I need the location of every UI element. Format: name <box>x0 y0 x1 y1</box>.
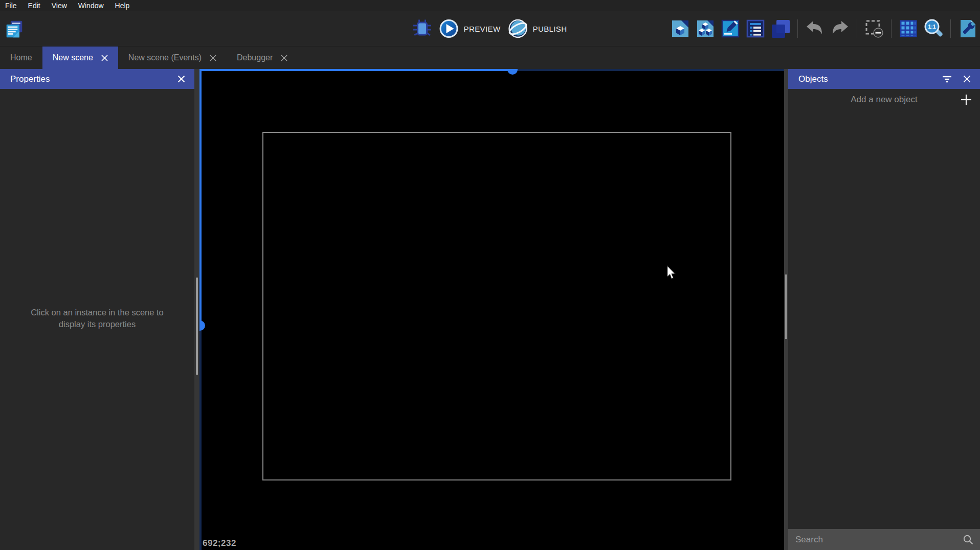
bug-icon <box>413 19 432 38</box>
close-icon <box>177 75 185 83</box>
toolbar-separator <box>891 19 892 38</box>
toolbar-separator <box>950 19 951 38</box>
layers-list-button[interactable] <box>745 18 766 39</box>
canvas-horizontal-scroll-handle[interactable] <box>507 69 518 75</box>
canvas-horizontal-scroll-track <box>199 69 784 71</box>
export-object-button[interactable] <box>670 18 691 39</box>
zoom-1-1-button[interactable]: 1:1 <box>923 18 944 39</box>
properties-panel-title: Properties <box>10 74 168 84</box>
pencil-edit-icon <box>720 18 741 39</box>
menu-view[interactable]: View <box>46 1 73 11</box>
close-icon[interactable] <box>281 55 287 61</box>
publish-globe-icon <box>507 18 528 39</box>
tab-label: New scene (Events) <box>128 53 202 62</box>
cursor-coordinates: 692;232 <box>203 538 236 548</box>
grid-icon <box>898 18 919 39</box>
toolbar-separator <box>797 19 798 38</box>
close-icon[interactable] <box>101 55 108 61</box>
objects-panel: Objects Add a new object <box>788 69 980 550</box>
canvas-vertical-scroll-fill <box>199 69 202 326</box>
undo-button[interactable] <box>805 18 825 39</box>
toolbar: PREVIEW PUBLISH <box>0 11 980 46</box>
menu-edit[interactable]: Edit <box>23 1 46 11</box>
mouse-cursor <box>666 265 676 282</box>
tab-debugger[interactable]: Debugger <box>227 47 298 69</box>
selection-mask-icon <box>864 18 884 39</box>
grid-button[interactable] <box>898 18 919 39</box>
canvas-vertical-scroll-track <box>199 69 202 550</box>
add-new-object-label: Add a new object <box>851 95 917 105</box>
tab-label: New scene <box>53 53 93 62</box>
zoom-ratio-label: 1:1 <box>928 24 936 30</box>
object-groups-button[interactable] <box>695 18 716 39</box>
wrench-icon <box>957 18 978 39</box>
objects-filter-button[interactable] <box>940 74 954 85</box>
app-logo-icon <box>5 18 24 40</box>
redo-arrow-icon <box>830 18 850 39</box>
menu-file[interactable]: File <box>4 1 23 11</box>
search-icon <box>963 534 974 545</box>
add-new-object-row[interactable]: Add a new object <box>788 89 980 110</box>
project-manager-button[interactable] <box>4 18 25 40</box>
left-scrollbar-thumb[interactable] <box>196 278 198 375</box>
tab-new-scene-events[interactable]: New scene (Events) <box>118 47 227 69</box>
plus-icon <box>961 94 972 105</box>
tab-label: Debugger <box>237 53 273 62</box>
objects-panel-header: Objects <box>788 69 980 89</box>
menu-help[interactable]: Help <box>109 1 136 11</box>
properties-panel: Properties Click on an instance in the s… <box>0 69 194 550</box>
instances-squares-icon <box>770 18 791 39</box>
objects-search-bar <box>788 529 980 550</box>
properties-panel-body: Click on an instance in the scene to dis… <box>0 89 194 550</box>
project-settings-button[interactable] <box>957 18 978 39</box>
menu-window[interactable]: Window <box>73 1 109 11</box>
left-scrollbar-track <box>194 69 199 550</box>
right-scrollbar-track <box>784 69 788 550</box>
preview-label: PREVIEW <box>464 25 501 33</box>
edit-scene-properties-button[interactable] <box>720 18 741 39</box>
object-cube-icon <box>670 18 691 39</box>
properties-panel-header: Properties <box>0 69 194 89</box>
canvas-horizontal-scroll-fill <box>199 69 513 71</box>
toolbar-separator <box>857 19 857 38</box>
publish-label: PUBLISH <box>532 25 567 33</box>
play-circle-icon <box>439 18 459 39</box>
search-input[interactable] <box>795 535 963 545</box>
debugger-button[interactable] <box>412 18 433 39</box>
preview-button[interactable]: PREVIEW <box>438 17 502 40</box>
edit-mask-button[interactable] <box>864 18 884 39</box>
menu-bar: File Edit View Window Help <box>0 0 980 11</box>
objects-list-empty-area <box>788 110 980 529</box>
filter-icon <box>942 76 952 83</box>
main-area: Properties Click on an instance in the s… <box>0 69 980 550</box>
zoom-1-1-icon: 1:1 <box>923 18 944 39</box>
tab-home[interactable]: Home <box>0 47 42 69</box>
objects-close-button[interactable] <box>961 73 973 85</box>
scene-canvas[interactable]: 692;232 <box>199 69 784 550</box>
close-icon <box>963 75 971 83</box>
tab-bar: Home New scene New scene (Events) Debugg… <box>0 46 980 69</box>
right-scrollbar-thumb[interactable] <box>785 274 787 339</box>
close-icon[interactable] <box>210 55 216 61</box>
instances-list-button[interactable] <box>770 18 791 39</box>
tab-label: Home <box>10 53 32 62</box>
add-object-plus-button[interactable] <box>961 94 972 105</box>
redo-button[interactable] <box>830 18 850 39</box>
properties-close-button[interactable] <box>175 73 187 85</box>
tab-new-scene[interactable]: New scene <box>42 47 118 69</box>
layers-list-icon <box>745 18 766 39</box>
properties-empty-message: Click on an instance in the scene to dis… <box>17 307 177 331</box>
objects-panel-title: Objects <box>798 74 933 84</box>
toolbar-right-group: 1:1 <box>670 18 978 39</box>
toolbar-center-group: PREVIEW PUBLISH <box>412 17 568 40</box>
canvas-vertical-scroll-handle[interactable] <box>199 320 205 331</box>
object-groups-icon <box>695 18 716 39</box>
game-window-frame <box>262 132 731 480</box>
publish-button[interactable]: PUBLISH <box>506 17 568 40</box>
undo-arrow-icon <box>805 18 825 39</box>
